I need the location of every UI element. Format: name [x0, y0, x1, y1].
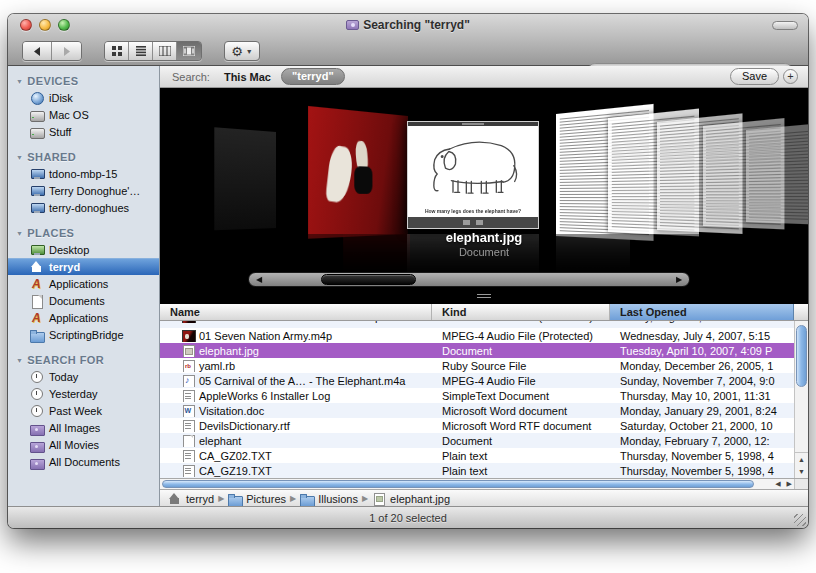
sidebar-item-label: Terry Donoghue'… [49, 185, 140, 197]
sidebar-item-label: terryd [49, 261, 80, 273]
path-bar: terryd▶Pictures▶Illusions▶elephant.jpg [160, 489, 808, 507]
action-menu-button[interactable]: ⚙ ▼ [224, 41, 260, 61]
coverflow-item-far-left[interactable] [214, 127, 276, 230]
file-name: AppleWorks 6 Installer Log [199, 390, 330, 402]
scroll-up-icon[interactable]: ▲ [798, 454, 805, 466]
sidebar-section-header[interactable]: ▼PLACES [8, 225, 159, 241]
sidebar-item-terry-donoghues[interactable]: terry-donoghues [8, 199, 159, 216]
table-row[interactable]: AppleWorks 6 Installer LogSimpleText Doc… [160, 388, 808, 403]
table-row[interactable]: DevilsDictionary.rtfMicrosoft Word RTF d… [160, 418, 808, 433]
icon-view-button[interactable] [105, 42, 129, 60]
sidebar-item-all-images[interactable]: All Images [8, 419, 159, 436]
list-view-button[interactable] [129, 42, 153, 60]
coverflow-scroll-left-icon[interactable]: ◀ [249, 273, 269, 286]
sidebar-item-desktop[interactable]: Desktop [8, 241, 159, 258]
table-row[interactable]: CA_GZ19.TXTPlain textThursday, November … [160, 463, 808, 478]
forward-button[interactable] [52, 42, 81, 60]
home-icon [168, 493, 182, 505]
scroll-right-icon[interactable]: ▶ [787, 480, 792, 488]
sidebar-item-yesterday[interactable]: Yesterday [8, 385, 159, 402]
save-search-button[interactable]: Save [730, 68, 779, 85]
coverflow-scroll-right-icon[interactable]: ▶ [669, 273, 689, 286]
add-criteria-button[interactable]: + [783, 69, 798, 84]
sidebar-item-stuff[interactable]: Stuff [8, 123, 159, 140]
sidebar-item-all-movies[interactable]: All Movies [8, 436, 159, 453]
file-name: elephant.jpg [199, 345, 259, 357]
sidebar-item-scriptingbridge[interactable]: ScriptingBridge [8, 326, 159, 343]
file-name: Visitation.doc [199, 405, 264, 417]
coverflow-scrollbar[interactable]: ◀ ▶ [248, 272, 690, 287]
column-header-name[interactable]: Name [160, 304, 432, 320]
column-header-last-opened[interactable]: Last Opened [610, 304, 794, 320]
scroll-left-icon[interactable]: ◀ [775, 480, 780, 488]
column-header-kind[interactable]: Kind [432, 304, 610, 320]
table-row[interactable]: CA_GZ02.TXTPlain textThursday, November … [160, 448, 808, 463]
breadcrumb-item[interactable]: Illusions [300, 493, 358, 505]
sidebar-item-idisk[interactable]: iDisk [8, 89, 159, 106]
sidebar-item-documents[interactable]: Documents [8, 292, 159, 309]
table-row[interactable]: Visitation.docMicrosoft Word documentMon… [160, 403, 808, 418]
sidebar-item-label: Today [49, 371, 78, 383]
path-separator-icon: ▶ [362, 494, 368, 503]
toolbar: ⚙ ▼ ✕ [8, 36, 808, 66]
coverflow-area[interactable]: How many legs does the elephant have? el… [160, 88, 808, 304]
coverflow-selected-preview[interactable]: How many legs does the elephant have? [407, 121, 539, 229]
coverflow-item-text-document[interactable] [746, 123, 808, 225]
sidebar-item-terry-donoghue-[interactable]: Terry Donoghue'… [8, 182, 159, 199]
smart-folder-icon [30, 439, 44, 451]
coverflow-scroll-thumb[interactable] [321, 274, 416, 285]
table-row[interactable]: yaml.rbRuby Source FileMonday, December … [160, 358, 808, 373]
scope-this-mac-button[interactable]: This Mac [224, 71, 271, 83]
toolbar-toggle-button[interactable] [772, 21, 798, 30]
back-button[interactable] [23, 42, 52, 60]
file-kind: MPEG-4 Audio File (Protected) [432, 330, 610, 342]
file-last-opened: Tuesday, April 10, 2007, 4:09 P [610, 345, 794, 357]
table-row[interactable]: 06 The Hardest Button to Button.m4pMPEG-… [160, 321, 808, 328]
breadcrumb-item[interactable]: terryd [168, 493, 214, 505]
table-row[interactable]: 01 Seven Nation Army.m4pMPEG-4 Audio Fil… [160, 328, 808, 343]
album-icon [182, 330, 194, 342]
idisk-icon [30, 92, 44, 104]
sidebar-item-mac-os[interactable]: Mac OS [8, 106, 159, 123]
breadcrumb-item[interactable]: Pictures [228, 493, 286, 505]
sidebar-item-tdono-mbp-15[interactable]: tdono-mbp-15 [8, 165, 159, 182]
file-kind: MPEG-4 Audio File (Protected) [432, 321, 610, 323]
table-row[interactable]: elephant.jpgDocumentTuesday, April 10, 2… [160, 343, 808, 358]
horizontal-scroll-thumb[interactable] [162, 480, 754, 488]
sidebar-item-applications[interactable]: Applications [8, 309, 159, 326]
documents-icon [30, 295, 44, 307]
view-switcher [104, 41, 202, 61]
file-kind: Plain text [432, 450, 610, 462]
title-bar[interactable]: Searching "terryd" [8, 14, 808, 36]
disclosure-triangle-icon: ▼ [16, 357, 23, 364]
sidebar-item-past-week[interactable]: Past Week [8, 402, 159, 419]
breadcrumb-item[interactable]: elephant.jpg [372, 493, 450, 505]
coverflow-view-button[interactable] [177, 42, 201, 60]
table-row[interactable]: elephantDocumentMonday, February 7, 2000… [160, 433, 808, 448]
finder-window: Searching "terryd" [8, 14, 808, 528]
column-view-button[interactable] [153, 42, 177, 60]
sidebar-item-all-documents[interactable]: All Documents [8, 453, 159, 470]
table-row[interactable]: 05 Carnival of the A… - The Elephant.m4a… [160, 373, 808, 388]
sidebar-section-header[interactable]: ▼SHARED [8, 149, 159, 165]
vertical-scroll-thumb[interactable] [796, 325, 807, 387]
resize-grip[interactable] [794, 514, 806, 526]
sidebar-section-header[interactable]: ▼DEVICES [8, 73, 159, 89]
list-header: Name Kind Last Opened [160, 304, 808, 321]
scroll-down-icon[interactable]: ▼ [798, 466, 805, 478]
vertical-scrollbar[interactable]: ▲ ▼ [794, 321, 808, 478]
sidebar-item-label: All Images [49, 422, 100, 434]
coverflow-scroll-track[interactable] [269, 273, 669, 286]
sidebar-item-terryd[interactable]: terryd [8, 258, 159, 275]
sidebar-section-label: SEARCH FOR [27, 354, 104, 366]
sidebar-item-today[interactable]: Today [8, 368, 159, 385]
splitter-grip[interactable] [477, 292, 491, 298]
file-kind: Document [432, 345, 610, 357]
scope-terryd-button[interactable]: "terryd" [281, 68, 345, 85]
horizontal-scrollbar[interactable]: ◀ ▶ [160, 478, 808, 489]
image-icon [182, 345, 194, 357]
smart-folder-icon [30, 456, 44, 468]
coverflow-item-album-art[interactable] [308, 106, 408, 239]
sidebar-section-header[interactable]: ▼SEARCH FOR [8, 352, 159, 368]
sidebar-item-applications[interactable]: Applications [8, 275, 159, 292]
